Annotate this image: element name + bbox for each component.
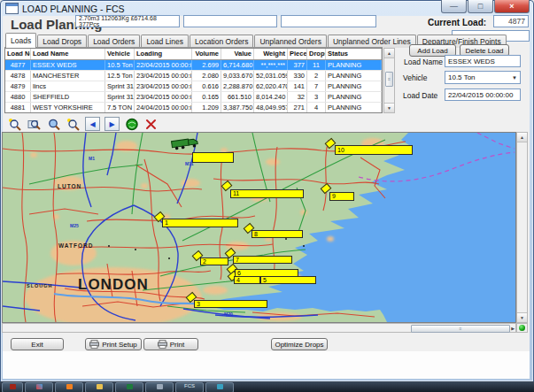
zoom-window-icon[interactable] [27, 117, 42, 131]
table-cell: 1.209 [192, 103, 221, 112]
drop-marker-label-3[interactable]: 3 [194, 300, 267, 308]
desktop: LOAD PLANNING - FCS — □ × Load Planning … [0, 0, 534, 392]
table-cell: 7 [307, 81, 326, 91]
map-vscrollbar[interactable]: ▲ ▼ [516, 132, 528, 323]
map-hscrollbar[interactable]: ≡ ▶ [2, 323, 516, 333]
table-cell: 23/04/2015 00:00:00 [135, 71, 192, 81]
map-city-label-watford: WATFORD [58, 242, 93, 249]
close-button[interactable]: × [494, 0, 530, 13]
load-name-label: Load Name [404, 58, 443, 66]
taskbar-item-folder[interactable] [85, 382, 113, 392]
header-field-3[interactable] [281, 15, 376, 27]
printer-icon [89, 340, 99, 349]
drop-marker-label-5[interactable]: 5 [260, 276, 316, 284]
load-name-field[interactable]: ESSEX WEDS [445, 55, 521, 67]
table-cell: PLANNING [326, 60, 382, 70]
table-body: 4877ESSEX WEDS10.5 Ton22/04/2015 00:00:0… [5, 60, 382, 113]
column-header-vehicle[interactable]: Vehicle [105, 49, 135, 59]
drop-marker-label-11[interactable]: 11 [230, 189, 304, 198]
print-setup-button[interactable]: Print Setup [85, 338, 142, 350]
table-cell: PLANNING [326, 71, 382, 81]
vehicle-dropdown[interactable]: 10.5 Ton ▼ [445, 71, 521, 84]
close-map-icon[interactable] [143, 117, 159, 131]
table-cell: 4879 [5, 81, 31, 91]
column-header-loading[interactable]: Loading [135, 49, 192, 59]
column-header-status[interactable]: Status [326, 49, 382, 59]
pan-left-icon[interactable]: ◀ [85, 117, 100, 131]
table-cell: 2.699 [192, 60, 221, 70]
print-button[interactable]: Print [143, 338, 198, 350]
exit-button[interactable]: Exit [11, 338, 64, 350]
tab-load-drops[interactable]: Load Drops [37, 35, 87, 48]
table-cell: MANCHESTER [31, 71, 105, 81]
drop-marker-label-1[interactable]: 1 [162, 219, 238, 227]
column-header-drops[interactable]: Drops [307, 49, 326, 59]
maximize-button[interactable]: □ [468, 0, 493, 13]
map-scroll-down-icon[interactable]: ▼ [517, 312, 527, 322]
drop-marker-label-4[interactable]: 4 [234, 276, 260, 284]
status-green-dot [519, 325, 525, 331]
tab-load-lines[interactable]: Load Lines [141, 35, 189, 48]
loads-table[interactable]: Load NoLoad NameVehicleLoadingVolumeValu… [4, 48, 383, 113]
table-row[interactable]: 4880SHEFFIELDSprint 31123/04/2015 00:00:… [5, 92, 382, 103]
map-viewport[interactable]: 1238119107645LUTONWATFORDSLOUGHLONDONM25… [2, 132, 516, 323]
drop-marker-label-10[interactable]: 10 [335, 145, 413, 155]
tab-unplanned-orders[interactable]: Unplanned Orders [254, 35, 326, 48]
taskbar-item-fcs[interactable]: FCS [175, 382, 204, 392]
optimize-drops-button[interactable]: Optimize Drops [271, 338, 328, 350]
table-cell: Sprint 311 [105, 81, 135, 91]
vehicle-value: 10.5 Ton [448, 73, 476, 81]
map-scroll-up-icon[interactable]: ▲ [517, 133, 527, 142]
load-date-field[interactable]: 22/04/2015 00:00:00 [445, 88, 521, 101]
tab-location-orders[interactable]: Location Orders [190, 35, 253, 48]
taskbar-item-app[interactable] [205, 382, 234, 392]
taskbar-item-app-colors[interactable] [25, 382, 53, 392]
table-cell: 7.5 TON [105, 103, 135, 112]
table-row[interactable]: 4877ESSEX WEDS10.5 Ton22/04/2015 00:00:0… [5, 60, 382, 71]
table-scrollbar-thumb[interactable]: ≡ [385, 72, 393, 87]
taskbar-item-window[interactable] [145, 382, 174, 392]
taskbar-item-browser[interactable] [55, 382, 83, 392]
map-hscrollbar-thumb[interactable]: ≡ [411, 325, 510, 333]
drop-marker-label-9[interactable]: 9 [329, 192, 354, 201]
chevron-down-icon[interactable]: ▼ [512, 75, 517, 81]
map-scroll-right-icon[interactable]: ▶ [511, 325, 515, 332]
drop-marker-label-7[interactable]: 7 [233, 256, 292, 264]
tab-loads[interactable]: Loads [5, 33, 36, 48]
taskbar-item-spreadsheet[interactable] [115, 382, 143, 392]
table-row[interactable]: 4879lincsSprint 31123/04/2015 00:00:000.… [5, 81, 382, 92]
zoom-in-icon[interactable] [7, 117, 22, 131]
scroll-down-icon[interactable]: ▼ [384, 103, 394, 112]
map-toolbar: ◀ ▶ [7, 116, 159, 132]
table-cell: lincs [31, 81, 105, 91]
drop-marker-label-8[interactable]: 8 [252, 230, 303, 238]
pan-right-icon[interactable]: ▶ [104, 117, 120, 131]
map-city-label-luton: LUTON [58, 183, 81, 189]
scroll-up-icon[interactable]: ▲ [384, 49, 394, 58]
table-cell: 4 [307, 103, 326, 112]
zoom-previous-icon[interactable] [66, 117, 81, 131]
column-header-load-no[interactable]: Load No [5, 49, 31, 59]
tab-load-orders[interactable]: Load Orders [88, 35, 140, 48]
truck-icon[interactable] [171, 137, 201, 154]
taskbar-item-start[interactable] [2, 382, 23, 392]
print-label: Print [170, 341, 184, 349]
titlebar[interactable]: LOAD PLANNING - FCS [5, 2, 125, 15]
overview-icon[interactable] [124, 117, 139, 131]
table-row[interactable]: 4881WEST YORKSHIRE7.5 TON24/04/2015 00:0… [5, 103, 382, 113]
column-header-value[interactable]: Value [221, 49, 254, 59]
column-header-pieces[interactable]: Pieces [288, 49, 307, 59]
minimize-button[interactable]: — [441, 0, 467, 13]
column-header-weight[interactable]: Weight [254, 49, 288, 59]
current-load-number: 4877 [508, 17, 525, 26]
start-icon [10, 384, 16, 389]
table-row[interactable]: 4878MANCHESTER12.5 Ton23/04/2015 00:00:0… [5, 71, 382, 81]
drop-marker-label-2[interactable]: 2 [200, 257, 228, 265]
tab-unplanned-order-lines[interactable]: Unplanned Order Lines [328, 35, 416, 48]
column-header-volume[interactable]: Volume [192, 49, 221, 59]
zoom-out-icon[interactable] [46, 117, 61, 131]
load-summary-field[interactable]: 2.70m3 112063Kg £6714.68 377Pcs [75, 15, 180, 27]
header-field-2[interactable] [183, 15, 277, 27]
column-header-load-name[interactable]: Load Name [31, 49, 105, 59]
table-scrollbar[interactable]: ▲ ≡ ▼ [383, 48, 395, 113]
